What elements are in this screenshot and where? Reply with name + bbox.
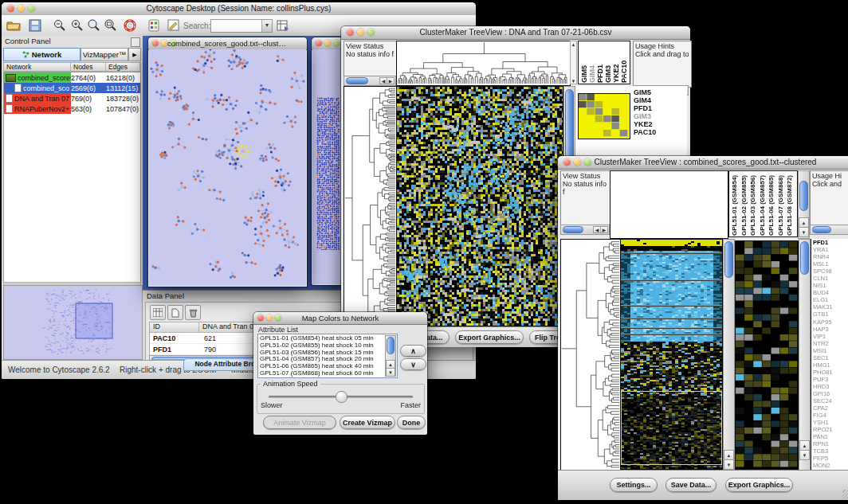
scroll-down-arrow[interactable]: ▼ — [386, 368, 395, 377]
tv2-column-label[interactable]: GPL51-01 (GSM854) — [731, 172, 740, 236]
tv2-gene-label[interactable]: SPC98 — [813, 268, 848, 275]
speed-slider-thumb[interactable] — [336, 391, 347, 403]
minimize-button[interactable] — [324, 40, 331, 46]
network-overview-panel[interactable] — [3, 285, 143, 360]
network-table-row[interactable]: RNAPuberNov2+ 563(0) 107847(0) — [4, 104, 140, 114]
close-button[interactable] — [257, 315, 264, 321]
tv1-column-label[interactable]: GIM4 — [588, 42, 596, 83]
tv2-gene-label[interactable]: MON2 — [813, 462, 848, 469]
zoom-in-icon[interactable] — [70, 18, 84, 33]
tv2-vscrollbar[interactable]: ▲ ▼ — [723, 239, 735, 471]
dense-network-cluster[interactable] — [316, 97, 340, 250]
scroll-down-arrow[interactable]: ▼ — [799, 450, 810, 460]
zoom-fit-icon[interactable] — [104, 18, 118, 33]
tv1-column-label[interactable]: GIM3 — [604, 42, 612, 83]
tv1-gene-label[interactable]: GIM5 — [634, 88, 686, 96]
minimize-button[interactable] — [266, 315, 273, 321]
attribute-table-icon[interactable] — [150, 305, 166, 320]
tv1-gene-label[interactable]: YKE2 — [634, 120, 686, 128]
scroll-down-arrow[interactable]: ▼ — [724, 459, 734, 470]
tv2-column-label[interactable]: GPL51-04 (GSM857) — [759, 172, 768, 236]
attribute-list-item[interactable]: GPL51-07 (GSM868) heat shock 60 min — [260, 370, 386, 377]
tv1-status-scrollbar[interactable]: ◀ ▶ — [344, 76, 396, 86]
close-button[interactable] — [316, 40, 322, 46]
tv2-heatmap[interactable] — [621, 240, 722, 469]
tv1-gene-label[interactable]: GIM4 — [634, 96, 686, 104]
tv2-column-label[interactable]: GPL51-02 (GSM855) — [740, 172, 750, 236]
tv2-status-scrollbar[interactable]: ◀ ▶ — [560, 225, 610, 235]
tv1-column-label[interactable]: PFD1 — [596, 42, 604, 83]
tv1-heatmap-panel[interactable] — [396, 86, 565, 328]
tv1-column-label[interactable]: PAC10 — [620, 42, 628, 83]
create-vizmap-button[interactable]: Create Vizmap — [340, 416, 395, 429]
treeview2-titlebar[interactable]: ClusterMaker TreeView : combined_scores_… — [558, 156, 848, 170]
tv2-column-dendrogram-panel[interactable] — [610, 170, 728, 239]
close-button[interactable] — [7, 5, 14, 12]
tv1-column-dendrogram[interactable] — [397, 41, 568, 84]
vizmapper-icon[interactable] — [148, 18, 159, 33]
tv1-zoom-heatmap-panel[interactable] — [578, 93, 630, 139]
close-button[interactable] — [347, 29, 354, 36]
tv2-gene-label[interactable]: NTR2 — [813, 340, 848, 347]
tv2-column-label[interactable]: GPL51-03 (GSM856) — [749, 172, 759, 236]
column-header-id[interactable]: ID — [150, 322, 199, 332]
zoom-window-button[interactable] — [333, 40, 340, 46]
tv2-gene-label[interactable]: CLN1 — [813, 275, 848, 282]
export-graphics-button[interactable]: Export Graphics... — [725, 478, 793, 492]
map-dialog-titlebar[interactable]: Map Colors to Network — [253, 312, 427, 325]
tv2-zoom-heatmap-panel[interactable] — [735, 240, 800, 470]
scroll-right-arrow[interactable]: ▶ — [387, 77, 395, 84]
tv2-column-label[interactable]: GPL51-06 (GSM865) — [768, 172, 777, 236]
tv2-gene-label[interactable]: SEC1 — [813, 354, 848, 361]
network-view-canvas[interactable] — [149, 49, 306, 286]
tv2-gene-label[interactable]: FIG4 — [813, 412, 848, 419]
tv2-collabel-scroll-thumb[interactable] — [799, 181, 808, 211]
tv1-gene-label[interactable]: PAC10 — [634, 128, 686, 136]
tv2-hints-scroll-thumb[interactable] — [812, 226, 831, 233]
tv2-gene-label[interactable]: HMG1 — [813, 361, 848, 369]
tv2-zoom-heatmap[interactable] — [736, 241, 798, 467]
network-overview-thumbnail[interactable] — [4, 286, 140, 357]
tab-network[interactable]: Network — [3, 48, 80, 61]
close-button[interactable] — [152, 40, 159, 46]
tv2-gene-label[interactable]: HAP3 — [813, 326, 848, 333]
tv2-gene-label[interactable]: PUF3 — [813, 376, 848, 383]
search-input[interactable]: ▾ — [210, 19, 273, 33]
tv2-gene-label[interactable]: TCB3 — [813, 447, 848, 455]
zoom-selected-icon[interactable] — [87, 18, 101, 33]
tv2-gene-label[interactable]: CPA2 — [813, 404, 848, 412]
tv1-gene-label[interactable]: PFD1 — [634, 104, 686, 112]
tv2-heatmap-panel[interactable] — [620, 239, 724, 471]
tv2-gene-label[interactable]: GPI16 — [813, 390, 848, 397]
tv2-gene-label[interactable]: SEC24 — [813, 397, 848, 404]
delete-attribute-icon[interactable] — [185, 305, 201, 320]
scroll-down-arrow[interactable]: ▼ — [571, 78, 576, 84]
tv1-heatmap[interactable] — [397, 87, 563, 326]
tv1-gene-label[interactable]: GIM3 — [634, 112, 686, 120]
tv2-gene-label[interactable]: NIS1 — [813, 282, 848, 289]
tv2-gene-label[interactable]: GTB1 — [813, 311, 848, 318]
move-up-button[interactable]: ∧ — [400, 345, 426, 357]
settings-button[interactable]: Settings... — [610, 478, 658, 492]
tv2-gene-label[interactable]: PEP5 — [813, 455, 848, 462]
network-table-row[interactable]: DNA and Tran 07 769(0) 183728(0) — [4, 93, 140, 104]
tv2-gene-label[interactable]: HRD3 — [813, 383, 848, 390]
save-data-button[interactable]: Save Data... — [665, 478, 716, 492]
tv2-gene-label[interactable]: PFD1 — [813, 239, 848, 246]
tv1-export-graphics-button[interactable]: Export Graphics... — [455, 330, 524, 344]
column-header-edges[interactable]: Edges — [106, 63, 140, 71]
tv1-zoom-heatmap[interactable] — [579, 94, 628, 137]
save-icon[interactable] — [28, 18, 42, 33]
scroll-up-arrow[interactable]: ▲ — [571, 41, 576, 47]
search-dropdown-arrow[interactable]: ▾ — [261, 20, 272, 32]
tv2-vscroll-thumb[interactable] — [724, 241, 733, 278]
tv1-mini-scroll-strip[interactable]: ▲ ▼ — [570, 41, 577, 84]
attribute-list-scroll-thumb[interactable] — [387, 337, 395, 354]
tv2-row-dendrogram[interactable] — [561, 240, 619, 469]
column-header-network[interactable]: Network — [4, 63, 71, 71]
help-lifering-icon[interactable] — [123, 18, 137, 33]
tv2-gene-label[interactable]: VIP1 — [813, 333, 848, 340]
tv1-column-label[interactable]: GIM5 — [580, 42, 588, 83]
tv2-gene-label[interactable]: PHO81 — [813, 369, 848, 376]
network-view-titlebar[interactable]: combined_scores_good.txt--cluste... — [148, 37, 307, 50]
